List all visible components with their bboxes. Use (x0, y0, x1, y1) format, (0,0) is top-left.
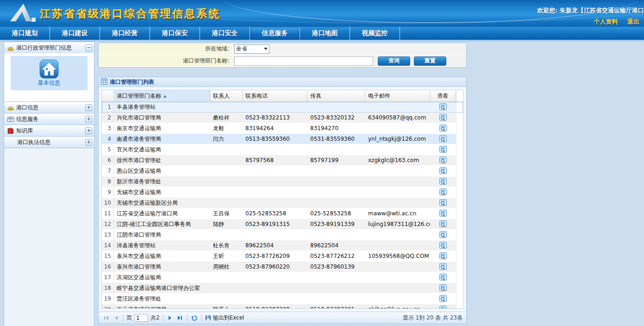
table-row[interactable]: 4南通市港务管理局闫力0513-835593600531-83559360ynl… (102, 134, 463, 144)
view-detail-icon[interactable] (439, 295, 447, 303)
table-row[interactable]: 17滨湖区交通运输局 (102, 272, 463, 283)
sidebar-section-label: 信息服务 (15, 115, 85, 123)
next-page-button[interactable] (167, 314, 174, 322)
view-detail-icon[interactable] (439, 210, 447, 218)
sidebar-section-header-4[interactable]: 知识库+ (4, 125, 94, 136)
cell-contact: 陆静 (210, 219, 243, 229)
column-header-phone[interactable]: 联系电话 (243, 90, 307, 101)
table-row[interactable]: 13江阴市港口管理局 (102, 230, 463, 240)
collapse-icon[interactable]: − (85, 44, 92, 51)
view-detail-icon[interactable] (439, 125, 447, 132)
nav-tab-3[interactable]: 港口经营 (100, 27, 150, 40)
table-row[interactable]: 11江苏省交通运输厅港口局王昌保025-52853258025-52853258… (102, 208, 463, 219)
department-name-input[interactable] (234, 56, 373, 66)
app-logo-icon (10, 4, 34, 23)
column-header-name[interactable]: 港口管理部门名称 ▲ (114, 90, 210, 101)
table-row[interactable]: 1丰县港务管理站 (102, 102, 463, 113)
cell-email: maww@wti.ac.cn (365, 208, 430, 219)
nav-tab-7[interactable]: 港口地图 (300, 27, 350, 40)
last-page-button[interactable] (176, 314, 184, 322)
nav-tab-6-active[interactable]: 信息服务 (250, 27, 300, 40)
table-row[interactable]: 7惠山区交通运输局 (102, 166, 463, 176)
table-row[interactable]: 18睢宁县交通运输局港口管理办公室 (102, 283, 463, 294)
view-detail-icon[interactable] (439, 157, 447, 164)
export-to-excel-button[interactable]: 输出到Excel (205, 314, 244, 322)
cell-department-name: 无锡市交通运输局 (114, 187, 210, 197)
table-row[interactable]: 8新沂市港务管理处 (102, 176, 463, 187)
cell-department-name: 贾汪区港务管理处 (114, 294, 210, 304)
previous-page-button[interactable] (112, 314, 119, 322)
view-detail-icon[interactable] (439, 252, 447, 260)
expand-icon[interactable]: + (85, 139, 92, 146)
expand-icon[interactable]: + (85, 104, 92, 111)
cell-view (430, 240, 456, 251)
sidebar-section-header-2[interactable]: 港口信息+ (4, 102, 94, 113)
page-number-input[interactable] (134, 314, 148, 322)
table-row[interactable]: 3南京市交通运输局龙毅8319426483194270 (102, 123, 463, 134)
view-detail-icon[interactable] (439, 135, 447, 143)
sidebar: 港口行政管理部门信息−基本信息港口信息+信息服务+知识库+港口执法信息+ (4, 42, 94, 326)
refresh-icon[interactable] (191, 314, 198, 322)
table-row[interactable]: 15泰兴市交通运输局王昕0523-877262090523-8772621210… (102, 251, 463, 262)
view-detail-icon[interactable] (439, 178, 447, 186)
cell-fax: 0523-87960139 (307, 262, 365, 272)
cell-department-name: 无锡市交通运输新区分局 (114, 198, 210, 208)
cell-phone: 0523-87726209 (243, 251, 307, 261)
view-detail-icon[interactable] (439, 284, 447, 292)
table-row[interactable]: 19贾汪区港务管理处 (102, 294, 463, 304)
column-header-view[interactable]: 查看 (430, 90, 456, 101)
view-detail-icon[interactable] (439, 231, 447, 239)
table-row[interactable]: 10无锡市交通运输新区分局 (102, 198, 463, 208)
row-filler (456, 144, 463, 155)
table-row[interactable]: 6徐州市港口管理处8579756885797199xzgkglc@163.com (102, 155, 463, 166)
expand-icon[interactable]: + (85, 116, 92, 123)
cell-email (365, 283, 430, 293)
table-row[interactable]: 14沛县港务管理站杜长青8962250489622504 (102, 240, 463, 251)
nav-tab-4[interactable]: 港口保安 (150, 27, 200, 40)
table-row[interactable]: 9无锡市交通运输局 (102, 187, 463, 198)
view-detail-icon[interactable] (439, 146, 447, 154)
column-header-contact[interactable]: 联系人 (210, 90, 243, 101)
nav-tab-1[interactable]: 港口规划 (0, 27, 50, 40)
column-header-fax[interactable]: 传真 (307, 90, 365, 101)
table-row[interactable]: 2兴化市港口管理局桑桂祥0523-833221130523-8332013263… (102, 113, 463, 123)
row-filler (456, 272, 463, 282)
cell-view (430, 208, 456, 219)
sidebar-item-basic-info[interactable]: 基本信息 (11, 56, 88, 90)
table-row[interactable]: 5宜兴市交通运输局 (102, 144, 463, 155)
profile-link[interactable]: 个人资料 (594, 18, 618, 25)
view-detail-icon[interactable] (439, 306, 447, 309)
reset-button[interactable]: 重置 (414, 56, 446, 66)
search-button[interactable]: 查询 (378, 56, 410, 66)
view-detail-icon[interactable] (439, 274, 447, 282)
view-detail-icon[interactable] (439, 114, 447, 122)
main-nav: 港口规划港口建设港口经营港口保安港口安全信息服务港口地图视频监控 (0, 27, 644, 40)
cell-department-name: 泰兴市港口管理局 (114, 262, 210, 272)
view-detail-icon[interactable] (439, 103, 447, 111)
table-row[interactable]: 12江阴-靖江工业园区港口事务局陆静0523-891913150523-8919… (102, 219, 463, 230)
nav-tab-8[interactable]: 视频监控 (350, 27, 400, 40)
nav-tab-2[interactable]: 港口建设 (50, 27, 100, 40)
sidebar-section-header-3[interactable]: 信息服务+ (4, 113, 94, 125)
view-detail-icon[interactable] (439, 188, 447, 196)
first-page-button[interactable] (102, 314, 110, 322)
column-header-index (102, 90, 114, 101)
nav-tab-5[interactable]: 港口安全 (200, 27, 250, 40)
view-detail-icon[interactable] (439, 242, 447, 250)
sidebar-section-header-1[interactable]: 港口行政管理部门信息− (4, 42, 94, 53)
view-detail-icon[interactable] (439, 263, 447, 271)
table-row[interactable]: 16泰兴市港口管理局周晓柱0523-879602200523-87960139 (102, 262, 463, 272)
expand-icon[interactable]: + (85, 127, 92, 134)
view-detail-icon[interactable] (439, 167, 447, 175)
cell-department-name: 沛县港务管理站 (114, 240, 210, 251)
column-header-email[interactable]: 电子邮件 (365, 90, 430, 101)
logout-link[interactable]: 退出 (627, 18, 639, 25)
view-detail-icon[interactable] (439, 220, 447, 228)
view-detail-icon[interactable] (439, 199, 447, 207)
table-row[interactable]: 20连云港市港口管理局联系人0518-823873080518-82387301… (102, 304, 463, 309)
cell-email (365, 240, 430, 251)
sidebar-section-header-5[interactable]: 港口执法信息+ (4, 137, 94, 148)
department-name-label: 港口管理部门名称: (99, 55, 232, 67)
region-select[interactable]: 全省 (234, 44, 269, 54)
cell-email: ynl_ntsgkj@126.com (365, 134, 430, 144)
